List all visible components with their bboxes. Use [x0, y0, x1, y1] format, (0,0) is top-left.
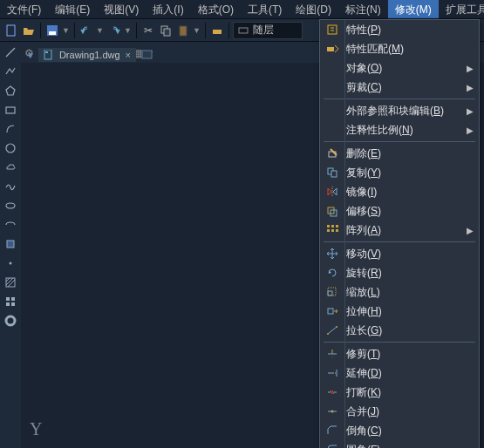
menu-视图[interactable]: 视图(V) — [97, 0, 146, 18]
menu-编辑[interactable]: 编辑(E) — [48, 0, 97, 18]
menu-工具[interactable]: 工具(T) — [241, 0, 289, 18]
svg-rect-40 — [331, 229, 334, 232]
layer-label: 随层 — [253, 23, 274, 37]
menu-item-rotate[interactable]: 旋转(R) — [320, 263, 479, 282]
menu-item-match[interactable]: 特性匹配(M) — [320, 39, 479, 58]
menu-item-label: 合并(J) — [346, 404, 474, 419]
menu-绘图[interactable]: 绘图(D) — [289, 0, 338, 18]
menu-标注[interactable]: 标注(N) — [338, 0, 388, 18]
menu-item-label: 复制(Y) — [346, 166, 474, 180]
menu-插入[interactable]: 插入(I) — [146, 0, 190, 18]
stretch-icon — [325, 304, 341, 318]
menu-item-offset[interactable]: 偏移(S) — [320, 201, 479, 221]
menu-item-erase[interactable]: 删除(E) — [320, 144, 479, 163]
svg-rect-21 — [6, 302, 10, 306]
svg-rect-38 — [336, 225, 338, 227]
svg-rect-5 — [180, 26, 187, 36]
modify-menu: 特性(P)特性匹配(M)对象(O)▶剪裁(C)▶外部参照和块编辑(B)▶注释性比… — [319, 19, 480, 448]
paste-icon[interactable] — [175, 23, 191, 38]
document-tabs: ▼ Drawing1.dwg × — [26, 47, 155, 63]
menu-item-5[interactable]: 外部参照和块编辑(B)▶ — [320, 101, 479, 120]
svg-rect-37 — [331, 225, 334, 227]
grid-icon[interactable] — [3, 295, 17, 309]
arc-icon[interactable] — [3, 122, 17, 136]
menu-item-2[interactable]: 对象(O)▶ — [320, 58, 479, 78]
cloud-icon[interactable] — [3, 160, 17, 174]
menu-item-chamfer[interactable]: 倒角(C) — [320, 421, 479, 440]
dropdown-icon[interactable]: ▼ — [124, 26, 133, 35]
menu-item-join[interactable]: 合并(J) — [320, 402, 479, 421]
svg-rect-26 — [142, 51, 152, 58]
menu-扩展工具[interactable]: 扩展工具(X) — [439, 0, 484, 18]
svg-rect-27 — [328, 25, 337, 34]
svg-line-16 — [6, 278, 10, 282]
menu-item-copy[interactable]: 复制(Y) — [320, 163, 479, 182]
svg-rect-36 — [327, 225, 330, 227]
svg-point-58 — [331, 411, 334, 413]
menu-item-props[interactable]: 特性(P) — [320, 20, 479, 39]
mirror-icon — [325, 185, 341, 199]
menu-item-stretch[interactable]: 拉伸(H) — [320, 302, 479, 321]
menu-item-label: 剪裁(C) — [346, 80, 467, 95]
menu-文件[interactable]: 文件(F) — [0, 0, 48, 18]
save-icon[interactable] — [44, 23, 60, 38]
menu-item-label: 修剪(T) — [346, 347, 474, 362]
new-icon[interactable] — [3, 23, 19, 38]
menu-item-mirror[interactable]: 镜像(I) — [320, 182, 479, 201]
menu-item-trim[interactable]: 修剪(T) — [320, 344, 479, 363]
ellipse-arc-icon[interactable] — [3, 218, 17, 232]
menu-item-label: 删除(E) — [346, 146, 474, 161]
block-icon[interactable] — [3, 237, 17, 251]
open-icon[interactable] — [21, 23, 37, 38]
menu-item-label: 拉长(G) — [346, 323, 474, 338]
blank-icon — [325, 61, 341, 75]
draw-toolbar — [0, 42, 21, 448]
hatch-icon[interactable] — [3, 275, 17, 289]
redo-icon[interactable] — [106, 23, 122, 38]
polygon-icon[interactable] — [3, 84, 17, 98]
submenu-arrow-icon: ▶ — [467, 106, 474, 116]
match-icon[interactable] — [209, 23, 225, 38]
menu-item-6[interactable]: 注释性比例(N)▶ — [320, 120, 479, 139]
file-icon — [44, 50, 54, 60]
dropdown-icon[interactable]: ▼ — [96, 26, 105, 35]
menu-修改[interactable]: 修改(M) — [388, 0, 439, 18]
donut-icon[interactable] — [3, 314, 17, 328]
svg-rect-6 — [213, 30, 222, 34]
line-icon[interactable] — [3, 45, 17, 59]
dropdown-icon[interactable]: ▼ — [62, 26, 71, 35]
menu-item-label: 偏移(S) — [346, 204, 474, 219]
ucs-indicator: Y — [30, 419, 42, 439]
add-tab-icon[interactable] — [140, 47, 155, 63]
menu-item-fillet[interactable]: 圆角(F) — [320, 440, 479, 448]
blank-icon — [325, 80, 341, 94]
ellipse-icon[interactable] — [3, 199, 17, 213]
menu-item-array[interactable]: 阵列(A)▶ — [320, 221, 479, 240]
dropdown-icon[interactable]: ▼ — [193, 26, 201, 35]
svg-rect-4 — [164, 29, 170, 36]
circle-icon[interactable] — [3, 141, 17, 155]
move-icon — [325, 247, 341, 261]
close-tab-icon[interactable]: × — [126, 50, 131, 60]
menu-item-break[interactable]: 打断(K) — [320, 383, 479, 402]
rectangle-icon[interactable] — [3, 103, 17, 117]
svg-rect-2 — [49, 31, 56, 35]
spline-icon[interactable] — [3, 180, 17, 193]
undo-icon[interactable] — [78, 23, 94, 38]
polyline-icon[interactable] — [3, 64, 17, 78]
document-tab[interactable]: Drawing1.dwg × — [38, 48, 136, 62]
props-icon — [325, 23, 341, 37]
linetype-selector[interactable]: 随层 — [233, 22, 303, 39]
copy-icon[interactable] — [158, 23, 174, 38]
menu-格式[interactable]: 格式(O) — [191, 0, 241, 18]
svg-rect-7 — [239, 28, 248, 33]
menu-item-3[interactable]: 剪裁(C)▶ — [320, 78, 479, 97]
menu-item-extend[interactable]: 延伸(D) — [320, 363, 479, 383]
point-icon[interactable] — [3, 256, 17, 270]
lengthen-icon — [325, 323, 341, 337]
submenu-arrow-icon: ▶ — [467, 64, 474, 73]
menu-item-scale[interactable]: 缩放(L) — [320, 282, 479, 302]
cut-icon[interactable]: ✂ — [140, 23, 156, 38]
menu-item-lengthen[interactable]: 拉长(G) — [320, 321, 479, 340]
menu-item-move[interactable]: 移动(V) — [320, 244, 479, 263]
